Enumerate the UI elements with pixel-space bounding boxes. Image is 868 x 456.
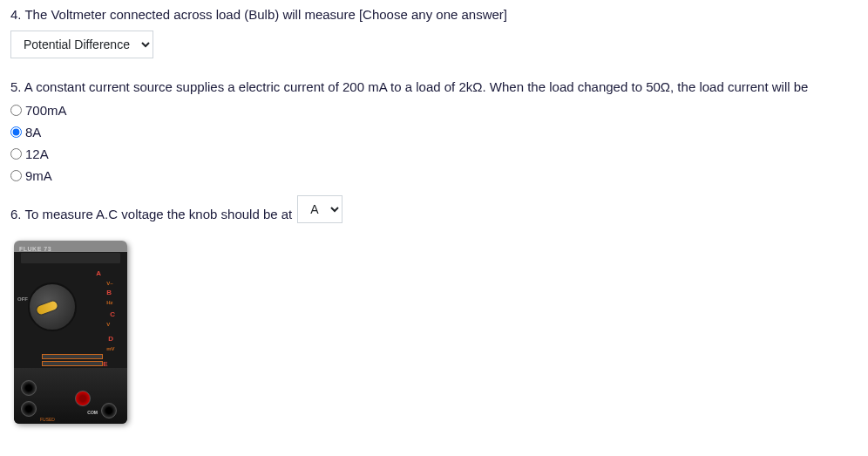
question-6-row: 6. To measure A.C voltage the knob shoul… bbox=[10, 195, 858, 232]
q5-radio-0[interactable] bbox=[10, 105, 22, 116]
mm-com-label: COM bbox=[87, 410, 98, 415]
mm-btn-range bbox=[42, 354, 103, 359]
mm-btn-hold bbox=[42, 361, 103, 366]
question-4-text: 4. The Voltmeter connected across load (… bbox=[10, 7, 858, 22]
mm-sub-c: V bbox=[106, 321, 115, 330]
mm-sub-a: V~ bbox=[106, 280, 115, 289]
q5-label-0: 700mA bbox=[25, 103, 67, 118]
mm-sub-d: mV bbox=[106, 345, 115, 354]
q5-radio-1[interactable] bbox=[10, 126, 22, 138]
q6-select[interactable]: A bbox=[297, 195, 342, 223]
q5-radio-3[interactable] bbox=[10, 170, 22, 181]
question-5-text: 5. A constant current source supplies a … bbox=[10, 79, 858, 94]
q5-option-2[interactable]: 12A bbox=[10, 146, 858, 161]
mm-label-d: D bbox=[108, 334, 115, 345]
mm-port-vohm bbox=[75, 391, 91, 406]
mm-label-a: A bbox=[96, 269, 115, 280]
q5-radio-2[interactable] bbox=[10, 148, 22, 160]
q5-option-3[interactable]: 9mA bbox=[10, 168, 858, 183]
mm-port-10a bbox=[21, 380, 37, 396]
mm-label-c: C bbox=[110, 310, 115, 321]
q5-radio-group: 700mA 8A 12A 9mA bbox=[10, 103, 858, 183]
question-6: 6. To measure A.C voltage the knob shoul… bbox=[10, 195, 858, 424]
mm-sub-b: Hz bbox=[106, 299, 115, 308]
multimeter-brand: FLUKE 73 bbox=[19, 246, 51, 252]
mm-fused-label: FUSED bbox=[40, 417, 55, 422]
q4-select[interactable]: Potential Difference bbox=[10, 31, 153, 58]
multimeter-screen bbox=[21, 253, 120, 263]
q5-option-0[interactable]: 700mA bbox=[10, 103, 858, 118]
question-6-text: 6. To measure A.C voltage the knob shoul… bbox=[10, 207, 292, 221]
question-5: 5. A constant current source supplies a … bbox=[10, 79, 858, 183]
mm-label-b: B bbox=[106, 288, 115, 299]
mm-port-ma bbox=[21, 401, 37, 417]
q5-label-3: 9mA bbox=[25, 168, 52, 183]
multimeter-dial bbox=[28, 282, 77, 331]
question-4: 4. The Voltmeter connected across load (… bbox=[10, 7, 858, 67]
multimeter-image: FLUKE 73 OFF A V~ B Hz C V D mV E G COM … bbox=[14, 241, 127, 424]
multimeter-bottom: COM FUSED bbox=[14, 368, 127, 424]
q5-label-2: 12A bbox=[25, 146, 49, 161]
q5-label-1: 8A bbox=[25, 125, 41, 140]
mm-port-com bbox=[101, 403, 117, 419]
multimeter-off-label: OFF bbox=[17, 296, 28, 302]
q5-option-1[interactable]: 8A bbox=[10, 125, 858, 140]
